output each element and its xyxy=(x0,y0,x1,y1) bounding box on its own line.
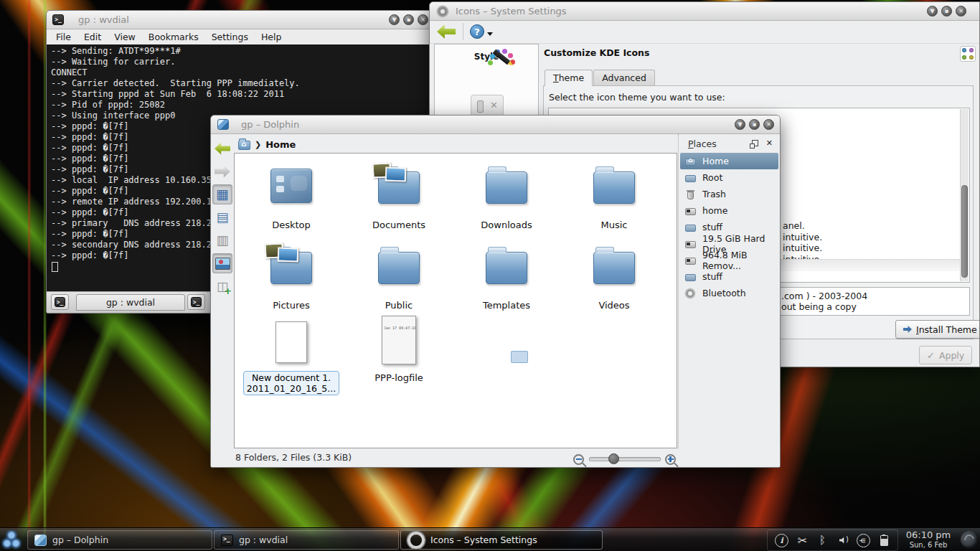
places-item[interactable]: 964.8 MiB Remov... xyxy=(680,252,778,268)
terminal-line: --> Sending: ATDT*99***1# xyxy=(51,46,434,57)
tab-list-button[interactable]: >_ xyxy=(187,294,205,310)
theme-description-line: .com ) - 2003-2004 xyxy=(781,291,867,301)
terminal-icon: >_ xyxy=(55,297,65,307)
close-button[interactable]: ✕ xyxy=(763,119,774,130)
toolbar-button[interactable] xyxy=(212,230,232,250)
scrollbar[interactable] xyxy=(960,109,969,281)
tab[interactable]: Advanced xyxy=(593,70,655,86)
chevron-down-icon[interactable] xyxy=(487,32,493,39)
maximize-button[interactable]: ▪ xyxy=(749,119,760,130)
folder-item[interactable]: Videos xyxy=(560,238,668,319)
places-item[interactable]: Bluetooth xyxy=(680,285,778,301)
menu-item[interactable]: File xyxy=(50,29,77,42)
breadcrumb-home[interactable]: Home xyxy=(265,139,296,150)
folder-label: Documents xyxy=(372,220,425,230)
taskbar: gp – Dolphin gp : wvdial Icons – System … xyxy=(0,527,980,551)
checkmark-icon: ✓ xyxy=(927,350,935,361)
file-label: PPP-logfile xyxy=(374,372,423,383)
close-button[interactable]: ✕ xyxy=(956,6,966,17)
icon-sizes-icon[interactable] xyxy=(960,46,976,62)
toolbar-button[interactable] xyxy=(212,138,232,159)
home-folder-icon[interactable] xyxy=(238,141,250,150)
minimize-button[interactable]: ▼ xyxy=(735,119,745,130)
place-label: Trash xyxy=(702,189,726,199)
menu-item[interactable]: Help xyxy=(255,29,288,42)
places-item[interactable]: Trash xyxy=(680,186,778,202)
place-label: home xyxy=(702,205,727,216)
folder-item[interactable]: Desktop xyxy=(237,158,345,238)
terminal-titlebar[interactable]: >_ gp : wvdial ▼ ▪ ✕ xyxy=(47,11,434,29)
close-panel-icon[interactable]: ✕ xyxy=(766,138,773,148)
system-settings-app-icon xyxy=(438,6,448,17)
toolbar-button[interactable] xyxy=(212,207,232,227)
menu-item[interactable]: Bookmarks xyxy=(142,29,205,42)
help-icon[interactable]: ? xyxy=(470,24,484,39)
task-label: gp : wvdial xyxy=(239,534,288,545)
folder-icon xyxy=(593,171,635,204)
system-settings-titlebar[interactable]: Icons – System Settings ▼ ▪ ✕ xyxy=(430,2,979,21)
menu-item[interactable]: View xyxy=(108,29,142,42)
toolbar-button[interactable] xyxy=(212,184,232,204)
dolphin-app-icon xyxy=(217,119,229,130)
minimize-button[interactable]: ▼ xyxy=(927,6,938,17)
theme-list-line: anel. xyxy=(783,220,822,232)
taskbar-clock[interactable]: 06:10 pm Sun, 6 Feb xyxy=(901,529,956,549)
tab[interactable]: Theme xyxy=(545,70,593,86)
folder-item[interactable]: Downloads xyxy=(453,158,560,238)
sidebar-item-style[interactable]: Style xyxy=(435,49,538,62)
folder-item[interactable]: Templates xyxy=(453,238,560,319)
theme-list-line: intuitive. xyxy=(783,242,822,254)
folder-label: Downloads xyxy=(481,220,532,230)
places-item[interactable]: Root xyxy=(680,169,778,186)
terminal-tab[interactable]: gp : wvdial xyxy=(76,294,185,311)
zoom-in-icon[interactable] xyxy=(665,454,676,465)
places-item[interactable]: Home xyxy=(680,153,778,169)
page-title: Customize KDE Icons xyxy=(544,47,649,58)
tray-icon[interactable] xyxy=(796,534,809,547)
taskbar-task-button[interactable]: Icons – System Settings xyxy=(400,530,603,550)
minimize-button[interactable]: ▼ xyxy=(389,14,400,25)
file-item-ppp-logfile[interactable]: Jan 17 09:47:18 gp-Aspire-5738 pppd[1946… xyxy=(345,319,453,395)
tray-icon[interactable] xyxy=(857,534,870,547)
folder-item[interactable]: Music xyxy=(560,158,668,238)
scrollbar-thumb[interactable] xyxy=(961,185,968,278)
menu-item[interactable]: Settings xyxy=(205,29,255,42)
place-icon xyxy=(685,238,697,250)
toolbar-button[interactable] xyxy=(212,253,232,273)
maximize-button[interactable]: ▪ xyxy=(403,14,414,25)
zoom-slider-knob[interactable] xyxy=(608,453,619,464)
places-item[interactable]: home xyxy=(680,202,778,219)
apply-button[interactable]: ✓ Apply xyxy=(919,346,972,364)
taskbar-task-button[interactable]: gp – Dolphin xyxy=(27,530,212,550)
folder-item[interactable]: Documents xyxy=(345,158,453,238)
zoom-slider[interactable] xyxy=(589,457,661,461)
back-arrow-icon[interactable] xyxy=(437,24,456,39)
terminal-line: --> Waiting for carrier. xyxy=(51,57,434,67)
tray-icon[interactable] xyxy=(837,534,849,547)
zoom-out-icon[interactable] xyxy=(573,454,584,465)
tray-icon[interactable] xyxy=(775,534,788,547)
tray-icon[interactable] xyxy=(816,534,829,547)
place-icon xyxy=(685,271,697,283)
taskbar-task-button[interactable]: gp : wvdial xyxy=(214,530,399,550)
select-theme-label: Select the icon theme you want to use: xyxy=(549,92,725,103)
folder-item[interactable]: Public xyxy=(345,238,453,319)
folder-icon xyxy=(486,171,527,204)
status-summary: 8 Folders, 2 Files (3.3 KiB) xyxy=(235,452,352,463)
toolbar-button[interactable] xyxy=(212,161,232,182)
toolbar-button[interactable] xyxy=(212,276,232,296)
kde-launcher-icon[interactable] xyxy=(1,530,22,550)
theme-list-line: intuitive. xyxy=(783,232,822,243)
file-item-new-document[interactable]: New document 1. 2011_01_20_16_5... xyxy=(237,319,345,395)
folder-item[interactable]: Pictures xyxy=(237,238,345,319)
maximize-button[interactable]: ▪ xyxy=(941,6,952,17)
install-theme-button[interactable]: Install Theme File... xyxy=(895,320,980,339)
dolphin-titlebar[interactable]: gp – Dolphin ▼ ▪ ✕ xyxy=(211,116,780,134)
new-tab-button[interactable]: >_ xyxy=(51,294,69,310)
dolphin-file-view[interactable]: Desktop Documents Downloads xyxy=(234,153,677,448)
close-button[interactable]: ✕ xyxy=(418,14,428,25)
tray-icon[interactable] xyxy=(878,534,890,547)
float-panel-icon[interactable] xyxy=(752,140,758,146)
menu-item[interactable]: Edit xyxy=(77,29,108,42)
plasma-cashew-icon[interactable] xyxy=(961,531,978,548)
